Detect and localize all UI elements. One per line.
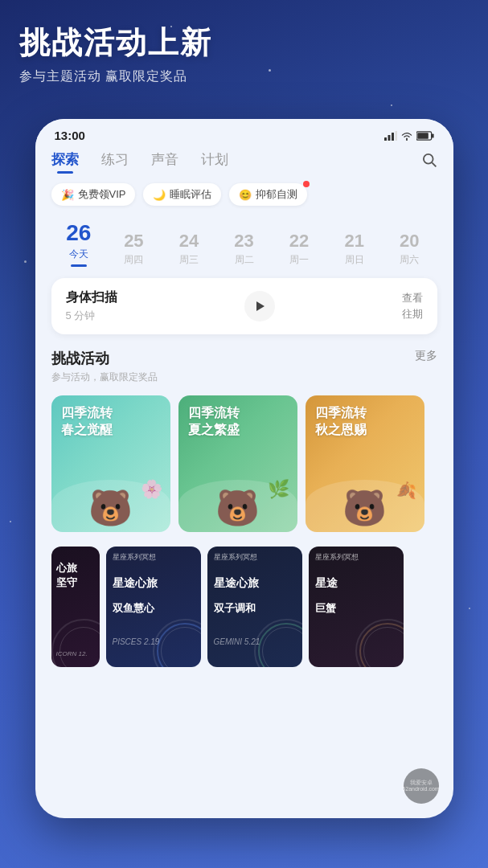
banner: 挑战活动上新 参与主题活动 赢取限定奖品 bbox=[0, 0, 488, 85]
phone-mockup: 13:00 探索 练习 bbox=[35, 119, 453, 818]
svg-point-7 bbox=[423, 154, 433, 164]
leaf-decoration: 🌿 bbox=[268, 479, 289, 500]
scan-card[interactable]: 身体扫描 5 分钟 查看 往期 bbox=[51, 278, 437, 334]
zodiac-subtitle-pisces: 双鱼慧心 bbox=[113, 601, 154, 616]
cal-num-25: 25 bbox=[124, 231, 143, 252]
battery-icon bbox=[416, 131, 434, 141]
signal-icon bbox=[384, 131, 397, 141]
calendar-day-25[interactable]: 25 周四 bbox=[106, 231, 162, 267]
zodiac-title-cancer: 星途 bbox=[315, 575, 338, 590]
svg-marker-9 bbox=[256, 301, 265, 311]
cal-label-today: 今天 bbox=[69, 248, 88, 261]
flower-decoration: 🌸 bbox=[141, 479, 162, 500]
active-day-indicator bbox=[71, 264, 87, 267]
nav-tabs: 探索 练习 声音 计划 bbox=[35, 147, 453, 174]
leaf-decoration-2: 🍂 bbox=[396, 481, 416, 500]
svg-rect-6 bbox=[417, 133, 429, 139]
cal-label-22: 周一 bbox=[289, 253, 309, 267]
tab-practice[interactable]: 练习 bbox=[101, 150, 129, 174]
calendar-day-23[interactable]: 23 周二 bbox=[216, 231, 272, 267]
bear-icon: 🐻 bbox=[88, 487, 133, 529]
partial-card-text: 心旅坚守 bbox=[56, 561, 77, 590]
notification-dot bbox=[303, 181, 310, 187]
card-text-summer: 四季流转夏之繁盛 bbox=[188, 405, 240, 439]
watermark: 我爱安卓 52android.com bbox=[404, 768, 439, 804]
cal-label-21: 周日 bbox=[345, 253, 364, 267]
pill-mood[interactable]: 😊 抑郁自测 bbox=[229, 183, 307, 206]
cal-num-today: 26 bbox=[66, 220, 91, 246]
zodiac-card-pisces[interactable]: 星座系列冥想 星途心旅 双鱼慧心 PISCES 2.19 bbox=[106, 547, 201, 667]
svg-rect-0 bbox=[384, 137, 387, 141]
challenge-subtitle: 参与活动，赢取限定奖品 bbox=[51, 371, 158, 384]
cal-num-21: 21 bbox=[344, 231, 363, 252]
scan-history-label: 往期 bbox=[402, 307, 423, 321]
challenge-more-button[interactable]: 更多 bbox=[415, 349, 437, 363]
zodiac-code-gemini: GEMINI 5.21 bbox=[214, 637, 260, 646]
search-button[interactable] bbox=[421, 152, 437, 172]
scan-history[interactable]: 查看 往期 bbox=[402, 291, 423, 321]
mood-icon: 😊 bbox=[239, 189, 252, 201]
wifi-icon bbox=[400, 131, 413, 141]
tab-explore[interactable]: 探索 bbox=[51, 150, 79, 174]
challenge-cards-row: 四季流转春之觉醒 🐻 🌸 四季流转夏之繁盛 🐻 🌿 四季流转秋之恩赐 🐻 🍂 bbox=[35, 387, 453, 543]
status-bar: 13:00 bbox=[35, 119, 453, 147]
zodiac-tag-gemini: 星座系列冥想 bbox=[214, 553, 257, 563]
pill-vip-label: 免费领VIP bbox=[78, 187, 126, 202]
svg-rect-3 bbox=[395, 131, 397, 141]
calendar-day-20[interactable]: 20 周六 bbox=[382, 231, 437, 267]
calendar-day-21[interactable]: 21 周日 bbox=[326, 231, 382, 267]
watermark-text: 我爱安卓 52android.com bbox=[402, 780, 439, 793]
challenge-section-header: 挑战活动 参与活动，赢取限定奖品 更多 bbox=[35, 346, 453, 387]
pill-sleep-label: 睡眠评估 bbox=[170, 187, 211, 202]
zodiac-tag-cancer: 星座系列冥想 bbox=[315, 553, 359, 563]
zodiac-tag-pisces: 星座系列冥想 bbox=[113, 553, 156, 563]
zodiac-card-cancer[interactable]: 星座系列冥想 星途 巨蟹 bbox=[309, 547, 404, 667]
zodiac-title-pisces: 星途心旅 bbox=[113, 575, 158, 590]
cal-num-24: 24 bbox=[179, 231, 199, 252]
bear-icon-3: 🐻 bbox=[342, 487, 387, 529]
banner-title: 挑战活动上新 bbox=[19, 23, 469, 63]
challenge-card-spring[interactable]: 四季流转春之觉醒 🐻 🌸 bbox=[51, 395, 170, 532]
cal-num-22: 22 bbox=[289, 231, 309, 252]
bear-icon-2: 🐻 bbox=[215, 487, 260, 529]
zodiac-code-capricorn: ICORN 12. bbox=[56, 650, 88, 657]
calendar-day-22[interactable]: 22 周一 bbox=[272, 231, 327, 267]
challenge-title: 挑战活动 bbox=[51, 349, 158, 368]
tab-sound[interactable]: 声音 bbox=[151, 150, 178, 174]
svg-rect-1 bbox=[388, 135, 390, 141]
card-text-autumn: 四季流转秋之恩赐 bbox=[315, 405, 367, 439]
scan-title: 身体扫描 bbox=[66, 289, 117, 306]
challenge-card-summer[interactable]: 四季流转夏之繁盛 🐻 🌿 bbox=[178, 395, 297, 532]
calendar-day-26[interactable]: 26 今天 bbox=[51, 220, 107, 267]
svg-rect-5 bbox=[432, 133, 434, 137]
scan-duration: 5 分钟 bbox=[66, 309, 117, 323]
calendar-day-24[interactable]: 24 周三 bbox=[162, 231, 217, 267]
play-button[interactable] bbox=[244, 291, 275, 321]
cal-label-24: 周三 bbox=[179, 253, 199, 267]
zodiac-title-gemini: 星途心旅 bbox=[214, 575, 259, 590]
challenge-card-autumn[interactable]: 四季流转秋之恩赐 🐻 🍂 bbox=[306, 395, 424, 532]
pill-row: 🎉 免费领VIP 🌙 睡眠评估 😊 抑郁自测 bbox=[35, 174, 453, 214]
challenge-title-block: 挑战活动 参与活动，赢取限定奖品 bbox=[51, 349, 158, 384]
zodiac-subtitle-gemini: 双子调和 bbox=[214, 601, 256, 616]
status-time: 13:00 bbox=[55, 129, 85, 142]
card-text-spring: 四季流转春之觉醒 bbox=[61, 405, 113, 439]
scan-view-label: 查看 bbox=[402, 291, 423, 305]
calendar-strip: 26 今天 25 周四 24 周三 23 周二 22 周一 21 周日 20 周… bbox=[35, 214, 453, 278]
svg-line-8 bbox=[432, 162, 436, 166]
cal-label-23: 周二 bbox=[235, 253, 254, 267]
svg-rect-2 bbox=[392, 133, 394, 141]
vip-icon: 🎉 bbox=[61, 189, 74, 201]
pill-sleep[interactable]: 🌙 睡眠评估 bbox=[143, 183, 221, 206]
tab-plan[interactable]: 计划 bbox=[201, 150, 228, 174]
cal-num-23: 23 bbox=[234, 231, 253, 252]
cal-num-20: 20 bbox=[400, 231, 419, 252]
sleep-icon: 🌙 bbox=[153, 189, 166, 201]
zodiac-card-capricorn-partial[interactable]: 心旅坚守 ICORN 12. bbox=[51, 547, 100, 667]
zodiac-subtitle-cancer: 巨蟹 bbox=[315, 601, 336, 616]
pill-vip[interactable]: 🎉 免费领VIP bbox=[51, 183, 136, 206]
zodiac-code-pisces: PISCES 2.19 bbox=[113, 637, 160, 646]
status-icons bbox=[384, 131, 434, 141]
scan-info: 身体扫描 5 分钟 bbox=[66, 289, 117, 323]
zodiac-card-gemini[interactable]: 星座系列冥想 星途心旅 双子调和 GEMINI 5.21 bbox=[207, 547, 302, 667]
